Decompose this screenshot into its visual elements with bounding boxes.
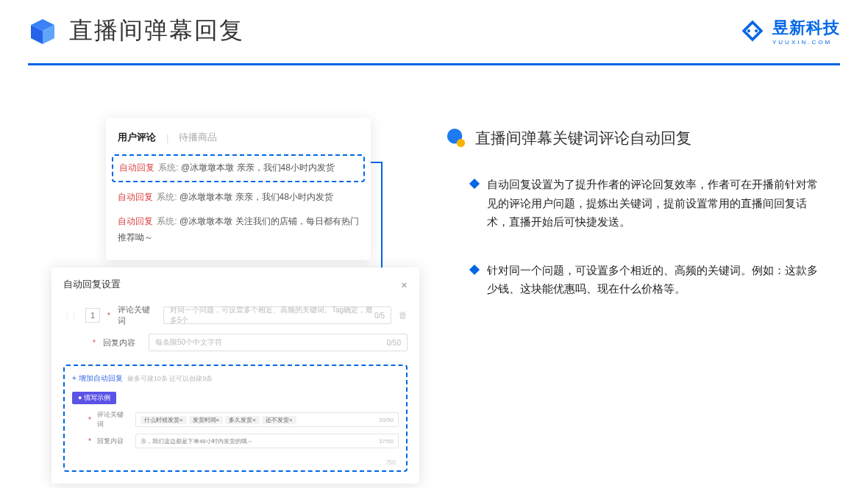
section-heading: 直播间弹幕关键词评论自动回复 [446, 128, 828, 148]
auto-reply-badge: 自动回复 [118, 216, 153, 226]
example-keyword-row: * 评论关键词 什么时候发货×发货时间×多久发货×还不发货× 20/50 [88, 410, 399, 429]
example-tags: 什么时候发货×发货时间×多久发货×还不发货× [140, 416, 299, 424]
tab-divider: | [166, 132, 168, 143]
brand-name: 昱新科技 [772, 17, 840, 39]
placeholder-text: 每条限50个中文字符 [155, 337, 222, 348]
bullet-item: 自动回复设置为了提升作者的评论回复效率，作者可在开播前针对常见的评论用户问题，提… [446, 175, 828, 232]
add-auto-reply-link[interactable]: + 增加自动回复最多可建10条 还可以创建9条 [72, 373, 399, 384]
diamond-bullet-icon [469, 179, 480, 189]
counter: 37/50 [379, 438, 394, 445]
page-header: 直播间弹幕回复 昱新科技 YUUXIN.COM [28, 15, 840, 47]
order-number: 1 [85, 308, 100, 323]
example-box: + 增加自动回复最多可建10条 还可以创建9条 ● 填写示例 * 评论关键词 什… [63, 365, 408, 472]
placeholder-text: 对同一个问题，可设置多个相近、高频的关键词。Tag确定，最多5个 [170, 305, 374, 326]
ghost-counter: /50 [386, 459, 396, 466]
svg-point-5 [747, 29, 750, 32]
example-badge: ● 填写示例 [72, 392, 116, 404]
svg-point-6 [755, 29, 758, 32]
header-right: 昱新科技 YUUXIN.COM [740, 17, 840, 46]
tag: 还不发货× [262, 416, 296, 424]
system-label: 系统: [157, 216, 177, 226]
comment-text: @冰墩墩本墩 关注我们的店铺，每日都有热门推荐呦～ [118, 216, 359, 243]
tabs: 用户评论 | 待播商品 [118, 131, 359, 144]
system-label: 系统: [158, 162, 178, 173]
example-keyword-input[interactable]: 什么时候发货×发货时间×多久发货×还不发货× 20/50 [135, 412, 399, 427]
example-content-row: * 回复内容 亲，我们这边都是下单48小时内发货的哦～ 37/50 [88, 434, 399, 448]
comment-row: 自动回复 系统: @冰墩墩本墩 亲亲，我们48小时内发货 [118, 185, 359, 210]
close-icon[interactable]: × [401, 279, 408, 291]
system-label: 系统: [157, 192, 177, 202]
auto-reply-badge: 自动回复 [119, 162, 154, 173]
ex-label-content: 回复内容 [97, 437, 129, 446]
counter: 0/5 [374, 312, 385, 320]
header-divider [28, 63, 840, 65]
example-content-input[interactable]: 亲，我们这边都是下单48小时内发货的哦～ 37/50 [135, 434, 399, 448]
comments-card: 用户评论 | 待播商品 自动回复 系统: @冰墩墩本墩 亲亲，我们48小时内发货… [106, 118, 371, 260]
trash-icon[interactable]: 🗑 [399, 310, 408, 320]
tag: 发货时间× [189, 416, 224, 424]
screenshot-mock: 用户评论 | 待播商品 自动回复 系统: @冰墩墩本墩 亲亲，我们48小时内发货… [51, 103, 424, 463]
form-row-keyword: ⋮⋮ 1 * 评论关键词 对同一个问题，可设置多个相近、高频的关键词。Tag确定… [63, 304, 408, 326]
label-content: 回复内容 [103, 337, 141, 348]
auto-reply-badge: 自动回复 [118, 192, 153, 202]
keyword-input[interactable]: 对同一个问题，可设置多个相近、高频的关键词。Tag确定，最多5个 0/5 [163, 306, 391, 324]
form-row-content: * 回复内容 每条限50个中文字符 0/50 [63, 334, 408, 351]
tab-user-comments[interactable]: 用户评论 [118, 131, 156, 144]
settings-title: 自动回复设置 [63, 278, 121, 291]
ex-label-keyword: 评论关键词 [97, 410, 129, 429]
comment-row-highlighted: 自动回复 系统: @冰墩墩本墩 亲亲，我们48小时内发货 [112, 154, 365, 182]
brand-text: 昱新科技 YUUXIN.COM [772, 17, 840, 46]
content-right: 直播间弹幕关键词评论自动回复 自动回复设置为了提升作者的评论回复效率，作者可在开… [446, 128, 828, 328]
drag-handle-icon[interactable]: ⋮⋮ [63, 312, 78, 320]
content-input[interactable]: 每条限50个中文字符 0/50 [149, 334, 408, 351]
comment-row: 自动回复 系统: @冰墩墩本墩 关注我们的店铺，每日都有热门推荐呦～ [118, 209, 359, 250]
comment-text: @冰墩墩本墩 亲亲，我们48小时内发货 [181, 162, 335, 173]
page-title: 直播间弹幕回复 [69, 15, 244, 47]
header-left: 直播间弹幕回复 [28, 15, 244, 47]
diamond-bullet-icon [469, 264, 480, 274]
bullet-item: 针对同一个问题，可设置多个相近的、高频的关键词。例如：这款多少钱、这块能优惠吗、… [446, 261, 828, 298]
settings-card: 自动回复设置 × ⋮⋮ 1 * 评论关键词 对同一个问题，可设置多个相近、高频的… [51, 268, 419, 484]
required-icon: * [93, 339, 96, 347]
comment-text: @冰墩墩本墩 亲亲，我们48小时内发货 [179, 192, 333, 202]
bullet-text: 针对同一个问题，可设置多个相近的、高频的关键词。例如：这款多少钱、这块能优惠吗、… [487, 261, 828, 298]
required-icon: * [107, 312, 110, 320]
chat-bubble-icon [446, 128, 466, 148]
brand-url: YUUXIN.COM [772, 39, 840, 46]
label-keyword: 评论关键词 [118, 304, 156, 326]
required-icon: * [88, 437, 91, 445]
bullet-text: 自动回复设置为了提升作者的评论回复效率，作者可在开播前针对常见的评论用户问题，提… [487, 175, 828, 232]
tag: 什么时候发货× [140, 416, 187, 424]
required-icon: * [88, 416, 91, 424]
connector-line [371, 162, 381, 163]
section-title: 直播间弹幕关键词评论自动回复 [475, 128, 691, 148]
brand-logo-icon [740, 18, 765, 43]
add-hint: 最多可建10条 还可以创建9条 [127, 375, 213, 382]
svg-point-8 [457, 139, 465, 147]
tag: 多久发货× [225, 416, 260, 424]
cube-icon [28, 16, 57, 46]
tab-products[interactable]: 待播商品 [179, 131, 217, 144]
counter: 20/50 [379, 417, 394, 423]
counter: 0/50 [387, 339, 401, 347]
settings-header: 自动回复设置 × [63, 278, 408, 291]
example-content-text: 亲，我们这边都是下单48小时内发货的哦～ [140, 437, 253, 445]
